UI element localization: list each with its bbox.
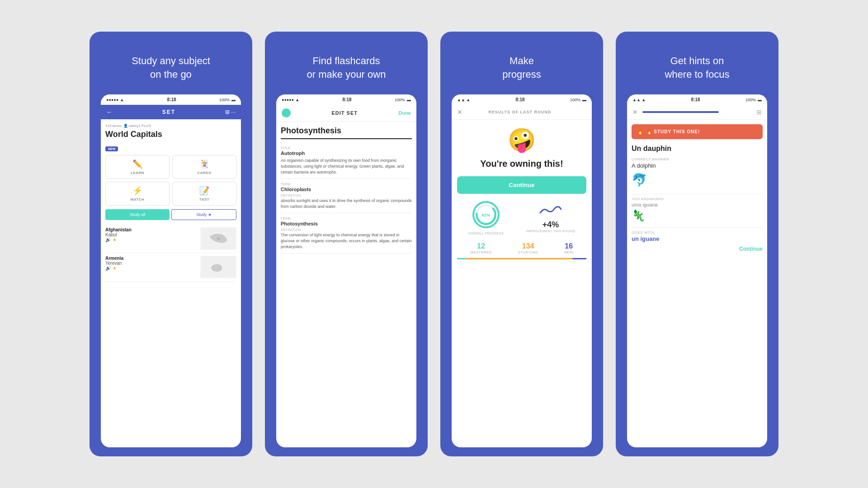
star-icon-1[interactable]: ★ — [113, 237, 117, 242]
phone-mockup-4: ▲▲ ▲ 8:18 100% ▬ ✕ ⊞ 🔥 🔥 STUDY THIS ONE! — [627, 94, 767, 447]
close-icon-4[interactable]: ✕ — [632, 108, 638, 116]
study-all-button[interactable]: Study all — [105, 209, 170, 220]
map-svg-1 — [201, 228, 236, 249]
def-2: absorbs sunlight and uses it to drive th… — [281, 198, 412, 209]
study-starred-button[interactable]: Study ★ — [171, 209, 236, 220]
fire-icon: 🔥 — [637, 129, 644, 135]
dolphin-icon: 🐬 — [632, 173, 763, 188]
time-display: 8:18 — [167, 97, 176, 102]
new-stat: 16 NEW — [564, 242, 573, 254]
hint-continue-button[interactable]: Continue — [632, 246, 763, 252]
signal-dots-2: ●●●●● — [282, 98, 294, 102]
phone-mockup-3: ▲▲ ▲ 8:18 100% ▬ ✕ RESULTS OF LAST ROUND… — [452, 94, 592, 447]
header-icons[interactable]: ⊞ ··· — [225, 109, 236, 115]
country-map-1 — [200, 227, 236, 250]
studying-count: 134 — [518, 242, 538, 250]
mastery-stats: 12 MASTERED 134 STUDYING 16 NEW — [457, 242, 586, 254]
study-this-text: 🔥 STUDY THIS ONE! — [646, 129, 700, 134]
goes-with-term: un iguane — [632, 235, 763, 242]
sound-icon-2[interactable]: 🔊 — [105, 266, 111, 271]
edit-set-title: EDIT SET — [331, 110, 358, 116]
study-modes-grid: ✏️ LEARN 🃏 CARDS ⚡ MATCH 📝 TEST — [105, 155, 236, 206]
def-label-3: DEFINITION — [281, 228, 412, 231]
wave-icon — [539, 204, 562, 220]
country-name-2: Armenia — [105, 256, 197, 261]
done-button[interactable]: Done — [398, 110, 411, 116]
learn-icon: ✏️ — [132, 159, 142, 169]
progress-bar-4 — [642, 111, 719, 113]
feature-card-2: Find flashcards or make your own ●●●●● ▲… — [265, 32, 428, 456]
studying-label: STUDYING — [518, 250, 538, 254]
back-icon[interactable]: ← — [106, 108, 113, 116]
phone3-header: ✕ RESULTS OF LAST ROUND — [452, 105, 592, 120]
user-badge: 👤 valory1 PLUS — [123, 124, 151, 128]
improvement-stat: +4% IMPROVEMENT THIS ROUND — [526, 201, 575, 235]
test-mode-btn[interactable]: 📝 TEST — [172, 182, 236, 206]
mastered-label: MASTERED — [470, 250, 492, 254]
hint-term: Un dauphin — [632, 145, 763, 153]
country-name-1: Afghanistan — [105, 227, 197, 232]
time-display-3: 8:18 — [516, 97, 525, 102]
battery-level: 100% — [219, 98, 230, 102]
wifi-icon: ▲ — [120, 98, 124, 102]
signal-3: ▲▲ ▲ — [457, 98, 470, 102]
results-title: RESULTS OF LAST ROUND — [489, 110, 552, 114]
improvement-label: IMPROVEMENT THIS ROUND — [526, 230, 575, 233]
mastery-bar — [457, 258, 586, 259]
battery-icon-4: ▬ — [758, 98, 762, 102]
term-2: Chloroplasts — [281, 187, 412, 192]
time-display-4: 8:18 — [691, 97, 700, 102]
feature-title-1: Study any subject on the go — [123, 54, 219, 81]
wifi-icon-2: ▲ — [295, 98, 299, 102]
cards-icon: 🃏 — [199, 159, 209, 169]
test-icon: 📝 — [199, 186, 209, 196]
phone1-header: ← SET ⊞ ··· — [101, 105, 241, 119]
term-1: Autotroph — [281, 150, 412, 156]
study-this-banner: 🔥 🔥 STUDY THIS ONE! — [632, 124, 763, 139]
flashcard-set-title: Photosynthesis — [281, 126, 412, 139]
country-row-1: Afghanistan Kabul 🔊 ★ — [105, 225, 236, 253]
feature-card-3: Make progress ▲▲ ▲ 8:18 100% ▬ ✕ RESULTS… — [440, 32, 603, 456]
signal-4: ▲▲ ▲ — [632, 98, 646, 102]
improvement-value: +4% — [542, 220, 559, 230]
term-label-2: TERM — [281, 183, 412, 186]
cards-mode-btn[interactable]: 🃏 CARDS — [172, 155, 236, 179]
phone-mockup-1: ●●●●● ▲ 8:18 100% ▬ ← SET ⊞ ··· 319 term… — [101, 94, 241, 447]
header-title: SET — [162, 109, 175, 115]
def-1: An organism capable of synthesizing its … — [281, 158, 412, 175]
feature-card-1: Study any subject on the go ●●●●● ▲ 8:18… — [90, 32, 252, 456]
battery-icon-2: ▬ — [407, 98, 411, 102]
studying-stat: 134 STUDYING — [518, 242, 538, 254]
mastered-stat: 12 MASTERED — [470, 242, 492, 254]
time-display-2: 8:18 — [343, 97, 352, 102]
term-label-1: TITLE — [281, 146, 412, 150]
phone2-body: Photosynthesis TITLE Autotroph An organi… — [276, 122, 416, 447]
study-buttons: Study all Study ★ — [105, 209, 236, 220]
status-bar-4: ▲▲ ▲ 8:18 100% ▬ — [627, 94, 767, 105]
progress-stats: 62% OVERALL PROGRESS +4% IMPROVEMENT THI… — [457, 201, 586, 235]
cards-container: Study any subject on the go ●●●●● ▲ 8:18… — [71, 14, 797, 474]
continue-button[interactable]: Continue — [457, 176, 586, 194]
battery-icon: ▬ — [231, 98, 236, 102]
feature-card-4: Get hints on where to focus ▲▲ ▲ 8:18 10… — [616, 32, 778, 456]
status-bar-2: ●●●●● ▲ 8:18 100% ▬ — [276, 94, 416, 105]
close-icon-3[interactable]: ✕ — [457, 108, 462, 116]
iguana-icon: 🦎 — [632, 209, 763, 222]
flashcard-item-1: TITLE Autotroph An organism capable of s… — [281, 143, 412, 179]
country-map-2 — [200, 256, 236, 278]
correct-label: CORRECT ANSWER — [632, 157, 763, 161]
match-mode-btn[interactable]: ⚡ MATCH — [105, 182, 170, 206]
grid-icon-4[interactable]: ⊞ — [756, 108, 762, 116]
sound-icon-1[interactable]: 🔊 — [105, 237, 111, 242]
feature-title-4: Get hints on where to focus — [656, 54, 738, 81]
goes-with-label: GOES WITH — [632, 230, 763, 235]
term-label-3: TERM — [281, 217, 412, 220]
star-icon-2[interactable]: ★ — [113, 266, 117, 271]
new-label: NEW — [564, 250, 573, 254]
set-title: World Capitals — [105, 130, 236, 139]
new-badge: NEW — [105, 146, 118, 151]
progress-circle-svg: 62% — [474, 201, 498, 228]
battery-4: 100% — [745, 98, 756, 102]
circle-icon — [282, 108, 291, 117]
learn-mode-btn[interactable]: ✏️ LEARN — [105, 155, 170, 179]
